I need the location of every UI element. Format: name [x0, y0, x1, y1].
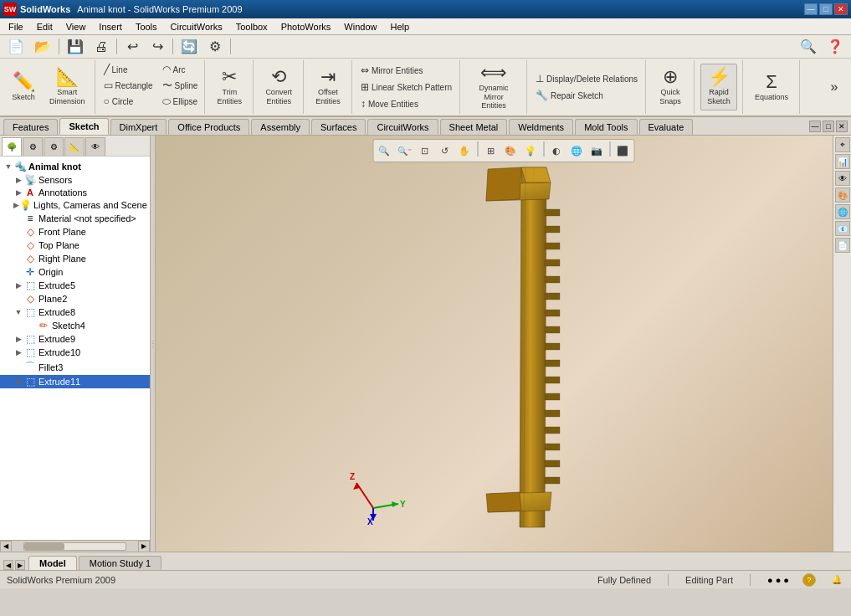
dynamic-mirror-button[interactable]: ⟺ Dynamic MirrorEntities	[466, 64, 521, 110]
scroll-thumb[interactable]	[24, 543, 64, 550]
ribbon-restore-button[interactable]: □	[823, 121, 834, 132]
tab-dimxpert[interactable]: DimXpert	[110, 119, 167, 135]
open-button[interactable]: 📂	[30, 38, 55, 56]
tree-material[interactable]: ≡ Material <not specified>	[0, 212, 150, 225]
property-manager-tab[interactable]: ⚙	[23, 137, 43, 156]
tree-extrude8[interactable]: ▼ ⬚ Extrude8	[0, 305, 150, 319]
minimize-button[interactable]: —	[804, 3, 818, 15]
rotate-button[interactable]: ↺	[435, 141, 454, 160]
hide-show-button[interactable]: 👁	[835, 171, 850, 186]
move-entities-button[interactable]: ↕ Move Entities	[356, 96, 456, 111]
rebuild-button[interactable]: 🔄	[177, 38, 202, 56]
sketch-button[interactable]: ✏️ Sketch	[5, 64, 42, 110]
appearance-rp-button[interactable]: 🎨	[835, 187, 850, 203]
tab-office-products[interactable]: Office Products	[168, 119, 249, 135]
help-button-status[interactable]: ?	[802, 573, 816, 587]
tab-assembly[interactable]: Assembly	[251, 119, 310, 135]
options-button[interactable]: ⚙	[203, 38, 227, 56]
tab-prev-button[interactable]: ◀	[3, 560, 13, 570]
tree-annotations[interactable]: ▶ A Annotations	[0, 187, 150, 198]
tab-next-button[interactable]: ▶	[15, 560, 25, 570]
tree-extrude10[interactable]: ▶ ⬚ Extrude10	[0, 346, 150, 359]
tree-extrude11[interactable]: ▶ ⬚ Extrude11	[0, 375, 150, 388]
tree-extrude5[interactable]: ▶ ⬚ Extrude5	[0, 279, 150, 292]
menu-toolbox[interactable]: Toolbox	[229, 20, 274, 33]
config-manager-tab[interactable]: ⚙	[44, 137, 64, 156]
tree-front-plane[interactable]: ◇ Front Plane	[0, 225, 150, 239]
display-manager-tab[interactable]: 👁	[85, 137, 105, 156]
rectangle-button[interactable]: ▭ Rectangle	[100, 78, 157, 93]
tree-sensors[interactable]: ▶ 📡 Sensors	[0, 173, 150, 187]
menu-view[interactable]: View	[59, 20, 93, 33]
spline-button[interactable]: 〜 Spline	[158, 78, 202, 93]
zoom-fit-button[interactable]: ⊡	[415, 141, 433, 160]
tab-weldments[interactable]: Weldments	[509, 119, 573, 135]
convert-entities-button[interactable]: ⟲ ConvertEntities	[259, 64, 298, 110]
line-button[interactable]: ╱ Line	[100, 62, 132, 77]
horizontal-scrollbar[interactable]: ◀ ▶	[0, 540, 150, 552]
tree-origin[interactable]: ✛ Origin	[0, 265, 150, 279]
tab-circuitworks[interactable]: CircuitWorks	[367, 119, 438, 135]
menu-photoworks[interactable]: PhotoWorks	[274, 20, 338, 33]
quick-snaps-button[interactable]: ⊕ QuickSnaps	[652, 64, 689, 110]
tree-plane2[interactable]: ◇ Plane2	[0, 292, 150, 305]
menu-help[interactable]: Help	[383, 20, 416, 33]
model-tab[interactable]: Model	[28, 556, 77, 570]
help-button[interactable]: ❓	[823, 38, 848, 56]
equations-button[interactable]: Σ Equations	[749, 64, 794, 110]
rapid-sketch-button[interactable]: ⚡ RapidSketch	[700, 64, 737, 110]
menu-insert[interactable]: Insert	[92, 20, 129, 33]
scroll-track[interactable]	[23, 542, 126, 551]
print-button[interactable]: 🖨	[90, 38, 113, 56]
tab-mold-tools[interactable]: Mold Tools	[575, 119, 637, 135]
redo-button[interactable]: ↪	[146, 38, 169, 56]
menu-edit[interactable]: Edit	[30, 20, 59, 33]
scene-rp-button[interactable]: 🌐	[835, 204, 850, 219]
undo-button[interactable]: ↩	[120, 38, 144, 56]
circle-button[interactable]: ○ Circle	[100, 94, 138, 109]
ellipse-button[interactable]: ⬭ Ellipse	[158, 94, 202, 109]
menu-tools[interactable]: Tools	[129, 20, 164, 33]
scroll-right-arrow[interactable]: ▶	[138, 541, 150, 552]
zoom-in-button[interactable]: 🔍	[375, 141, 393, 160]
ribbon-close-button[interactable]: ✕	[836, 121, 848, 132]
menu-window[interactable]: Window	[337, 20, 383, 33]
zoom-out-button[interactable]: 🔍⁻	[395, 141, 413, 160]
tree-top-plane[interactable]: ◇ Top Plane	[0, 239, 150, 252]
display-options-button[interactable]: 📊	[835, 154, 850, 169]
tab-sheet-metal[interactable]: Sheet Metal	[440, 119, 508, 135]
search-button[interactable]: 🔍	[796, 38, 821, 56]
tree-sketch4[interactable]: ✏ Sketch4	[0, 319, 150, 332]
tree-right-plane[interactable]: ◇ Right Plane	[0, 252, 150, 265]
tab-surfaces[interactable]: Surfaces	[311, 119, 366, 135]
ribbon-minimize-button[interactable]: —	[809, 121, 821, 132]
arc-button[interactable]: ◠ Arc	[158, 62, 190, 77]
notification-button[interactable]: 🔔	[829, 572, 844, 588]
offset-entities-button[interactable]: ⇥ OffsetEntities	[310, 64, 346, 110]
repair-sketch-button[interactable]: 🔧 Repair Sketch	[531, 88, 642, 103]
menu-file[interactable]: File	[2, 20, 30, 33]
tree-root[interactable]: ▼ 🔩 Animal knot	[0, 160, 150, 173]
display-delete-relations-button[interactable]: ⊥ Display/Delete Relations	[531, 71, 642, 86]
scroll-left-arrow[interactable]: ◀	[0, 541, 12, 552]
maximize-button[interactable]: □	[819, 3, 833, 15]
linear-sketch-pattern-button[interactable]: ⊞ Linear Sketch Pattern	[356, 80, 456, 95]
tab-sketch[interactable]: Sketch	[59, 118, 108, 135]
menu-circuitworks[interactable]: CircuitWorks	[164, 20, 229, 33]
motion-study-tab[interactable]: Motion Study 1	[79, 556, 161, 570]
close-button[interactable]: ✕	[834, 3, 848, 15]
eDrawings-button[interactable]: 📧	[835, 221, 850, 236]
tree-lights-cameras[interactable]: ▶ 💡 Lights, Cameras and Scene	[0, 198, 150, 212]
tree-fillet3[interactable]: ⌒ Fillet3	[0, 359, 150, 375]
feature-tree-tab[interactable]: 🌳	[2, 137, 22, 156]
3d-pdf-button[interactable]: 📄	[835, 238, 850, 253]
tab-evaluate[interactable]: Evaluate	[639, 119, 694, 135]
tree-extrude9[interactable]: ▶ ⬚ Extrude9	[0, 332, 150, 346]
ribbon-expand-button[interactable]: »	[823, 77, 846, 97]
new-button[interactable]: 📄	[3, 38, 28, 56]
smart-dimension-button[interactable]: 📐 SmartDimension	[44, 64, 91, 110]
view-orientation-button[interactable]: ⌖	[835, 137, 850, 152]
tab-features[interactable]: Features	[3, 119, 58, 135]
viewport[interactable]: 🔍 🔍⁻ ⊡ ↺ ✋ ⊞ 🎨 💡 ◐ 🌐 📷 ⬛	[156, 136, 851, 552]
dim-xpert-tab[interactable]: 📐	[64, 137, 85, 156]
